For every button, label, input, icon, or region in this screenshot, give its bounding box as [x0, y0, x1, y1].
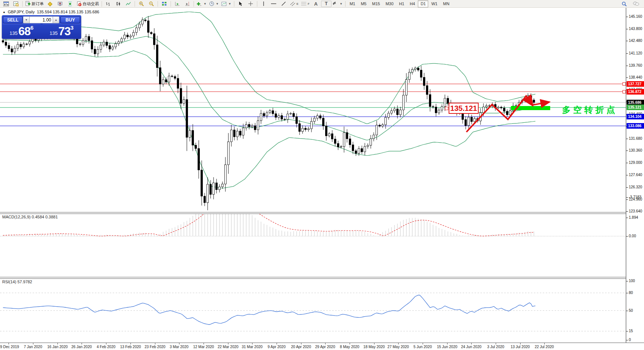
timeframe-w1[interactable]: W1 — [429, 0, 440, 7]
autotrading-button[interactable]: 自动交易 — [75, 0, 100, 7]
price-axis-label: 143.800 — [629, 27, 642, 31]
price-tag-135.686: 135.686 — [627, 100, 644, 105]
timeframe-d1[interactable]: D1 — [418, 0, 428, 7]
lot-decrease-button[interactable]: ▼ — [23, 16, 30, 23]
templates-button[interactable]: ▼ — [220, 0, 232, 7]
sell-price-display[interactable]: 135 68 6 — [3, 24, 40, 38]
annotation-anchor-square[interactable] — [445, 107, 448, 110]
candle-body — [136, 28, 138, 32]
pane-separator[interactable] — [0, 212, 644, 214]
candlestick-chart-icon[interactable] — [113, 0, 123, 7]
trend-zigzag-arrow[interactable] — [466, 96, 533, 132]
rsi-axis-label: 100 — [629, 279, 635, 283]
lot-increase-button[interactable]: ▲ — [53, 16, 59, 23]
search-icon[interactable] — [619, 0, 629, 7]
timeframe-h4[interactable]: H4 — [407, 0, 417, 7]
date-tick-mark — [325, 343, 326, 344]
buy-price-display[interactable]: 135 73 3 — [43, 24, 80, 38]
new-order-button[interactable]: 新订单 — [24, 0, 45, 7]
collapse-triangle-icon[interactable]: ▲ — [3, 10, 6, 14]
axis-tick-mark — [626, 29, 628, 29]
date-axis-label: 24 Jun 2020 — [461, 345, 481, 349]
bollinger-lower-band[interactable] — [3, 51, 535, 188]
line-chart-icon[interactable] — [123, 0, 133, 7]
zoom-out-icon[interactable] — [146, 0, 156, 7]
date-tick-mark — [301, 343, 301, 344]
chevron-down-icon: ▼ — [228, 2, 231, 6]
timeframe-m15[interactable]: M15 — [369, 0, 382, 7]
add-indicator-button[interactable]: ▼ — [195, 0, 208, 7]
date-axis[interactable]: 29 Dec 20197 Jan 202016 Jan 202026 Jan 2… — [0, 343, 644, 350]
macd-axis-label: 1.894 — [629, 215, 638, 219]
bar-chart-icon[interactable] — [103, 0, 113, 7]
price-axis-label: 127.640 — [629, 173, 642, 177]
candle-body — [400, 110, 402, 115]
price-annotation-box[interactable]: 135.121 — [449, 103, 479, 114]
date-axis-label: 7 Jan 2020 — [24, 345, 42, 349]
candle-body — [432, 106, 434, 107]
buy-button[interactable]: BUY — [60, 16, 80, 23]
timeframe-m30[interactable]: M30 — [383, 0, 396, 7]
metaeditor-icon[interactable] — [45, 0, 55, 7]
date-axis-label: 18 May 2020 — [363, 345, 385, 349]
text-label-tool-icon[interactable]: T — [321, 1, 331, 7]
candle-body — [281, 116, 283, 119]
fibonacci-tool-icon[interactable]: F — [300, 0, 311, 7]
date-axis-label: 12 Mar 2020 — [193, 345, 214, 349]
pane-separator[interactable] — [0, 277, 644, 279]
trendline-tool-icon[interactable] — [279, 0, 288, 7]
lot-size-input[interactable] — [30, 16, 53, 23]
periods-button[interactable]: ▼ — [208, 0, 220, 7]
candle-body — [186, 100, 188, 138]
signals-icon[interactable] — [65, 0, 75, 7]
chat-icon[interactable] — [631, 0, 641, 7]
candle-body — [385, 118, 387, 125]
timeframe-m5[interactable]: M5 — [358, 0, 369, 7]
candle-body — [14, 48, 16, 52]
candle-body — [314, 118, 316, 121]
arrows-tool-icon[interactable]: ▼ — [332, 0, 344, 7]
date-axis-label: 3 Mar 2020 — [170, 345, 189, 349]
candle-body — [151, 32, 152, 33]
equidistant-channel-tool-icon[interactable]: E — [289, 0, 300, 7]
price-axis[interactable]: 145.160143.800142.480141.120139.760138.4… — [626, 8, 644, 343]
rsi-axis-label: 50 — [629, 308, 633, 313]
cursor-tool-icon[interactable] — [236, 0, 245, 7]
date-tick-mark — [374, 343, 374, 344]
candle-body — [317, 116, 318, 118]
date-axis-label: 20 Apr 2020 — [291, 345, 311, 349]
profiles-icon[interactable] — [11, 0, 21, 7]
new-order-label: 新订单 — [32, 1, 44, 7]
hline-handle[interactable] — [622, 90, 626, 93]
horizontal-line-tool-icon[interactable] — [269, 0, 278, 7]
hline-handle[interactable] — [622, 82, 626, 86]
price-chart-pane[interactable] — [0, 8, 626, 212]
text-tool-icon[interactable]: A — [311, 0, 321, 7]
price-axis-label: 131.680 — [629, 136, 642, 141]
bollinger-middle-band[interactable] — [3, 36, 535, 140]
axis-tick-mark — [626, 139, 628, 139]
timeframe-h1[interactable]: H1 — [396, 0, 407, 7]
new-chart-icon[interactable] — [1, 0, 11, 7]
crosshair-tool-icon[interactable] — [246, 0, 255, 7]
candle-body — [331, 134, 333, 139]
timeframe-mn[interactable]: MN — [440, 0, 452, 7]
zoom-in-icon[interactable] — [136, 0, 146, 7]
auto-scroll-icon[interactable] — [172, 0, 182, 7]
date-axis-label: 22 Jul 2020 — [535, 345, 554, 349]
vertical-line-tool-icon[interactable] — [259, 0, 268, 7]
candle-body — [174, 76, 176, 78]
sell-price-big: 68 — [18, 26, 30, 37]
candle-body — [373, 135, 375, 139]
sell-button[interactable]: SELL — [3, 16, 23, 23]
chart-shift-icon[interactable] — [182, 0, 192, 7]
candle-body — [328, 134, 330, 136]
turning-point-note[interactable]: 多空转折点 — [562, 104, 618, 116]
tile-windows-icon[interactable] — [159, 0, 169, 7]
candle-body — [269, 110, 271, 113]
rsi-title: RSI(14) — [2, 280, 16, 284]
candle-body — [240, 131, 241, 135]
timeframe-m1[interactable]: M1 — [347, 0, 358, 7]
candle-body — [337, 143, 339, 147]
market-icon[interactable] — [55, 0, 65, 7]
